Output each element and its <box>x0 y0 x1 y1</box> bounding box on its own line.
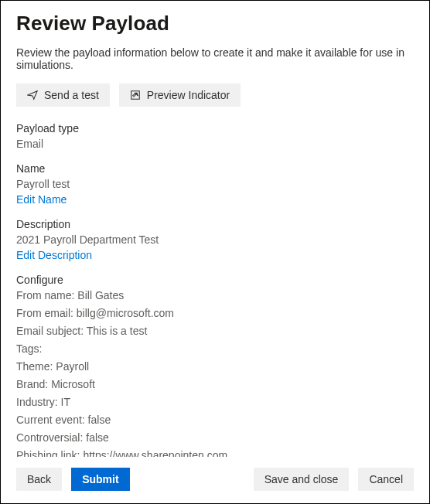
theme-item: Theme: Payroll <box>16 360 414 373</box>
email-subject-item: Email subject: This is a test <box>16 325 414 337</box>
back-button[interactable]: Back <box>16 468 62 491</box>
description-value: 2021 Payroll Department Test <box>16 233 414 246</box>
configure-list: From name: Bill Gates From email: billg@… <box>16 289 414 457</box>
send-test-label: Send a test <box>44 89 99 101</box>
save-close-button[interactable]: Save and close <box>254 468 350 491</box>
preview-indicator-button[interactable]: Preview Indicator <box>119 83 241 107</box>
payload-type-label: Payload type <box>16 122 414 135</box>
edit-description-link[interactable]: Edit Description <box>16 249 414 261</box>
cancel-button[interactable]: Cancel <box>358 468 414 491</box>
footer-buttons: Back Submit Save and close Cancel <box>16 457 414 491</box>
action-buttons: Send a test Preview Indicator <box>16 83 414 107</box>
from-name-item: From name: Bill Gates <box>16 289 414 301</box>
send-test-button[interactable]: Send a test <box>16 83 110 107</box>
configure-label: Configure <box>16 274 414 286</box>
content-area: Payload type Email Name Payroll test Edi… <box>16 122 414 457</box>
payload-type-value: Email <box>16 138 414 150</box>
brand-item: Brand: Microsoft <box>16 378 414 390</box>
name-label: Name <box>16 162 414 175</box>
page-title: Review Payload <box>16 12 414 36</box>
phishing-link-item: Phishing link: https://www.sharepointen.… <box>16 449 414 457</box>
configure-section: Configure From name: Bill Gates From ema… <box>16 274 414 457</box>
review-payload-page: Review Payload Review the payload inform… <box>0 0 430 504</box>
tags-item: Tags: <box>16 342 414 355</box>
page-subtitle: Review the payload information below to … <box>16 46 414 71</box>
preview-icon <box>130 90 141 100</box>
controversial-item: Controversial: false <box>16 431 414 444</box>
description-section: Description 2021 Payroll Department Test… <box>16 218 414 261</box>
current-event-item: Current event: false <box>16 414 414 426</box>
from-email-item: From email: billg@microsoft.com <box>16 307 414 319</box>
description-label: Description <box>16 218 414 230</box>
preview-indicator-label: Preview Indicator <box>147 89 230 101</box>
submit-button[interactable]: Submit <box>71 468 129 491</box>
name-section: Name Payroll test Edit Name <box>16 162 414 206</box>
industry-item: Industry: IT <box>16 396 414 408</box>
payload-type-section: Payload type Email <box>16 122 414 150</box>
edit-name-link[interactable]: Edit Name <box>16 193 414 206</box>
send-icon <box>27 90 38 100</box>
name-value: Payroll test <box>16 178 414 190</box>
